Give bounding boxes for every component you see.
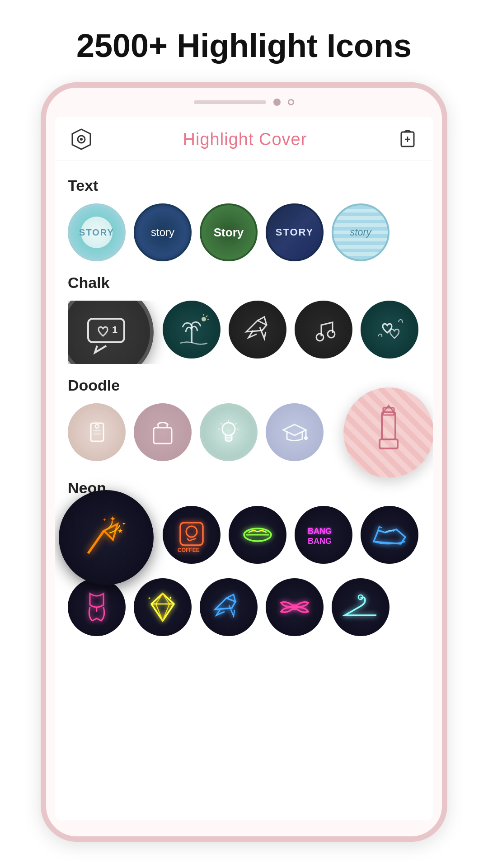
main-title: 2500+ Highlight Icons	[0, 0, 488, 82]
text-icon-story-4[interactable]: STORY	[266, 203, 324, 261]
neon-icons-row-2: ✦ ✦	[68, 578, 420, 636]
doodle-icon-tag[interactable]	[68, 403, 126, 461]
neon-icon-plane-2[interactable]	[200, 578, 258, 636]
neon-icon-shoe[interactable]	[361, 506, 418, 564]
text-icon-story-2[interactable]: story	[134, 203, 192, 261]
app-screen: Highlight Cover Text STORY	[55, 117, 433, 820]
chalk-icon-plane[interactable]	[229, 301, 286, 359]
neon-icon-bangbang[interactable]: BANG BANG	[295, 506, 352, 564]
svg-point-28	[304, 436, 308, 440]
phone-wrapper: Highlight Cover Text STORY	[0, 82, 488, 842]
doodle-icon-graduation[interactable]	[266, 403, 324, 461]
svg-point-14	[95, 425, 99, 428]
neon-icons-row-1: ✦ ★ + ✦	[68, 506, 420, 569]
text-section-label: Text	[68, 177, 420, 194]
svg-point-37	[186, 526, 197, 537]
neon-icon-swimsuit[interactable]	[68, 578, 126, 636]
phone-top-bar	[46, 88, 442, 113]
svg-point-18	[222, 423, 235, 435]
text-icons-row: STORY story Story STORY	[68, 203, 420, 261]
svg-rect-17	[154, 428, 172, 443]
svg-line-9	[206, 316, 207, 317]
neon-icon-coffee[interactable]: COFFEE	[163, 506, 221, 564]
svg-point-11	[316, 334, 324, 341]
main-title-area: 2500+ Highlight Icons	[0, 0, 488, 82]
svg-text:✦: ✦	[148, 596, 151, 600]
neon-icon-hanger[interactable]	[332, 578, 389, 636]
svg-rect-4	[88, 319, 124, 342]
svg-line-23	[235, 423, 236, 425]
svg-rect-31	[380, 439, 398, 448]
chalk-icon-music[interactable]	[295, 301, 352, 359]
svg-text:+: +	[103, 517, 106, 523]
svg-text:✦: ✦	[169, 595, 172, 600]
text-icon-story-1[interactable]: STORY	[68, 203, 126, 261]
doodle-icons-row	[68, 403, 420, 467]
phone-bar-line	[194, 100, 266, 104]
doodle-icon-lipstick-big[interactable]	[343, 387, 433, 478]
neon-icon-party-big[interactable]: ✦ ★ + ✦	[59, 490, 154, 585]
svg-text:✦: ✦	[109, 514, 116, 524]
text-icon-story-5[interactable]: story	[332, 203, 389, 261]
doodle-icon-bag[interactable]	[134, 403, 192, 461]
phone-frame: Highlight Cover Text STORY	[41, 82, 447, 842]
notification-chalk-svg: 1	[81, 310, 131, 355]
svg-text:1: 1	[112, 324, 117, 335]
svg-rect-13	[91, 423, 103, 441]
svg-point-2	[80, 138, 83, 141]
app-header: Highlight Cover	[55, 117, 433, 160]
neon-icon-bow[interactable]	[266, 578, 324, 636]
svg-text:COFFEE: COFFEE	[178, 547, 200, 553]
neon-icon-hotdog[interactable]	[229, 506, 286, 564]
chalk-icon-notification[interactable]: 1	[68, 301, 154, 364]
phone-dot-sensor	[288, 99, 294, 105]
phone-dot-camera	[273, 99, 281, 106]
chalk-section-label: Chalk	[68, 274, 420, 292]
doodle-section-label: Doodle	[68, 377, 420, 394]
chalk-icon-palm[interactable]	[163, 301, 221, 359]
svg-rect-29	[382, 412, 395, 439]
app-logo-icon[interactable]	[70, 127, 93, 151]
content-area[interactable]: Text STORY story Story	[55, 160, 433, 819]
doodle-icon-bulb[interactable]	[200, 403, 258, 461]
svg-point-12	[328, 330, 335, 338]
chalk-icons-row: 1	[68, 301, 420, 364]
neon-icon-diamond[interactable]: ✦ ✦	[134, 578, 192, 636]
svg-text:✦: ✦	[122, 521, 126, 526]
svg-point-7	[202, 317, 206, 321]
chalk-icon-hearts[interactable]	[361, 301, 418, 359]
cart-icon[interactable]	[397, 128, 418, 150]
app-title: Highlight Cover	[183, 130, 307, 149]
svg-text:BANG: BANG	[308, 527, 332, 536]
svg-line-22	[221, 423, 222, 425]
svg-text:BANG: BANG	[308, 537, 332, 546]
text-icon-story-3[interactable]: Story	[200, 203, 258, 261]
